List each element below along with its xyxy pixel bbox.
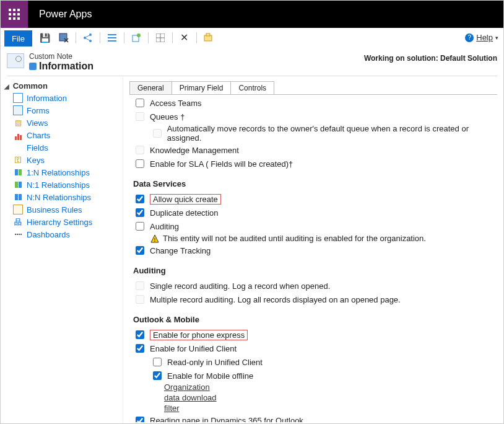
svg-rect-2 [17,9,20,11]
relationships-icon[interactable] [81,31,95,45]
access-teams-label: Access Teams [150,99,202,108]
queues-label: Queues † [150,112,185,121]
form-name: Information [29,61,93,72]
phone-express-checkbox[interactable] [136,330,144,339]
managed-properties-svg-icon [204,33,214,43]
fields-icon [13,143,23,152]
allow-quick-create-checkbox[interactable] [136,195,144,203]
waffle-icon[interactable] [1,1,28,28]
n-n-icon [13,192,23,202]
svg-rect-6 [9,17,11,20]
single-audit-checkbox[interactable] [136,281,144,290]
tab-general[interactable]: General [129,81,172,94]
divider [100,32,100,43]
sidebar-item-dashboards[interactable]: Dashboards [13,228,123,241]
reading-pane-checkbox[interactable] [136,417,144,422]
sidebar-item-charts[interactable]: Charts [13,129,123,141]
publish-svg-icon [131,33,141,43]
sidebar-item-label: Business Rules [27,205,82,214]
sidebar-item-forms[interactable]: Forms [13,104,123,117]
queues-auto-label: Automatically move records to the owner'… [167,124,497,143]
tree-root-common[interactable]: ◢ Common [4,81,123,91]
org-link-line1: Organization [164,382,210,392]
knowledge-label: Knowledge Management [150,146,239,155]
sidebar-item-label: Dashboards [27,230,70,239]
chevron-down-icon: ▾ [495,35,498,41]
readonly-unified-checkbox[interactable] [153,358,162,366]
svg-rect-4 [13,13,15,15]
change-tracking-checkbox[interactable] [136,246,144,255]
knowledge-checkbox[interactable] [136,146,144,154]
svg-rect-14 [108,37,116,38]
one-n-icon [13,167,23,177]
divider [76,32,76,43]
access-teams-checkbox[interactable] [136,99,144,107]
sidebar-item-label: N:1 Relationships [27,180,90,190]
managed-properties-icon[interactable] [202,31,215,45]
single-audit-label: Single record auditing. Log a record whe… [150,281,330,291]
sidebar-item-keys[interactable]: ⚿Keys [13,154,123,166]
allow-quick-create-label: Allow quick create [150,194,221,205]
svg-rect-8 [17,17,20,20]
delete-icon[interactable]: ✕ [178,31,191,45]
sidebar-item-label: Information [27,94,67,103]
tab-controls[interactable]: Controls [230,81,274,94]
sidebar-item-views[interactable]: ▤Views [13,117,123,129]
svg-text:!: ! [154,237,156,243]
list-icon[interactable] [105,31,119,45]
sidebar-item-business-rules[interactable]: Business Rules [13,203,123,216]
org-data-download-link[interactable]: Organization data download filter [164,382,497,414]
help-label: Help [476,33,493,42]
publish-icon[interactable] [129,31,143,45]
file-menu-button[interactable]: File [4,30,32,46]
hierarchy-icon: 品 [13,217,23,227]
sla-label: Enable for SLA ( Fields will be created)… [150,159,293,169]
sidebar-item-label: Charts [27,131,50,140]
grid-icon[interactable] [154,31,167,45]
entity-icon [7,53,24,68]
readonly-unified-label: Read-only in Unified Client [167,358,263,367]
svg-rect-15 [108,40,116,42]
entity-name: Custom Note [29,52,72,61]
svg-rect-1 [13,9,15,11]
org-link-line2: data download [164,393,217,402]
relationships-svg-icon [83,33,93,43]
queues-auto-checkbox[interactable] [153,129,162,138]
mobile-offline-label: Enable for Mobile offline [167,371,253,381]
auditing-checkbox[interactable] [136,222,144,231]
queues-checkbox[interactable] [136,112,144,121]
sla-checkbox[interactable] [136,159,144,168]
unified-client-checkbox[interactable] [136,344,144,353]
sidebar-item-fields[interactable]: Fields [13,141,123,154]
help-link[interactable]: ? Help ▾ [465,33,498,42]
list-svg-icon [108,33,116,42]
divider [124,32,124,43]
help-icon: ? [465,33,474,42]
form-type-icon [29,63,37,70]
duplicate-detection-checkbox[interactable] [136,208,144,217]
divider [148,32,149,43]
grid-svg-icon [156,33,165,42]
chart-icon [13,130,23,140]
sidebar-item-information[interactable]: Information [13,92,123,104]
mobile-offline-checkbox[interactable] [153,371,162,380]
sidebar-item-nn[interactable]: N:N Relationships [13,191,123,203]
svg-rect-3 [9,13,11,15]
form-scroll-area[interactable]: Access Teams Queues † Automatically move… [129,96,501,422]
org-link-line3: filter [164,404,180,413]
tab-primary-field[interactable]: Primary Field [172,81,232,94]
sidebar-item-1n[interactable]: 1:N Relationships [13,166,123,179]
change-tracking-label: Change Tracking [150,246,211,255]
section-data-services: Data Services [133,179,497,188]
svg-rect-13 [108,34,116,35]
unified-client-label: Enable for Unified Client [150,344,237,353]
sidebar-item-n1[interactable]: N:1 Relationships [13,179,123,191]
save-close-icon[interactable] [57,31,71,45]
save-icon[interactable]: 💾 [38,31,52,45]
multi-audit-checkbox[interactable] [136,295,144,304]
reading-pane-label: Reading pane in Dynamics 365 for Outlook [150,416,303,422]
sidebar-item-hierarchy[interactable]: 品Hierarchy Settings [13,216,123,228]
auditing-warning: This entity will not be audited until au… [163,234,426,243]
rules-icon [13,205,23,214]
section-outlook-mobile: Outlook & Mobile [133,315,497,324]
